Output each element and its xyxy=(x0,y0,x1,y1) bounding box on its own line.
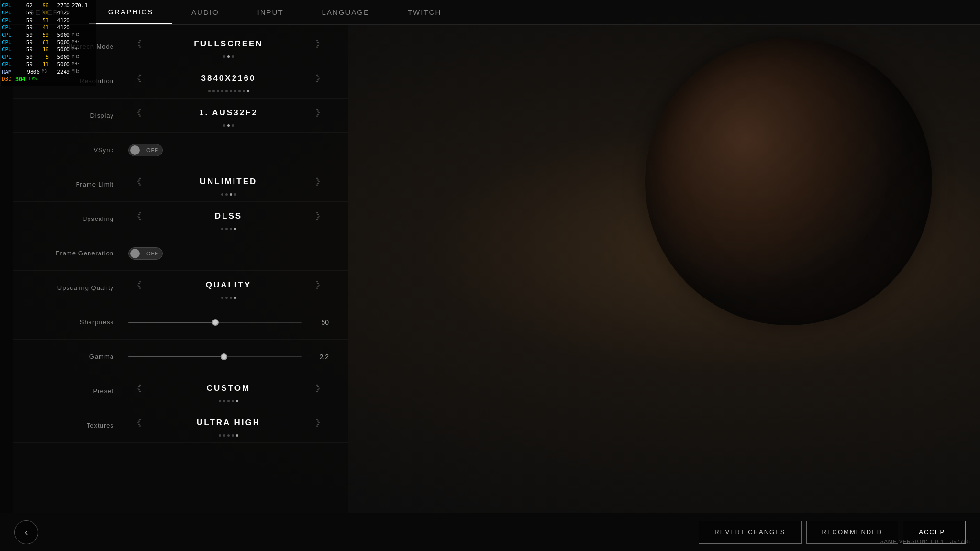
upscaling-quality-selector[interactable]: QUALITY xyxy=(128,277,329,294)
frame-limit-next[interactable] xyxy=(312,174,329,190)
bottom-left: ‹ xyxy=(14,520,38,544)
textures-selector[interactable]: ULTRA HIGH xyxy=(128,415,329,431)
preset-selector[interactable]: CUSTOM xyxy=(128,380,329,397)
upscaling-control: DLSS xyxy=(128,208,329,230)
setting-row-textures: Textures ULTRA HIGH xyxy=(13,408,348,443)
gamma-track[interactable] xyxy=(128,356,302,357)
performance-overlay: CPU 62 96 2730 270.1 CPU 59 48 4120 CPU … xyxy=(0,0,96,86)
dot-2 xyxy=(232,55,234,58)
preset-label: Preset xyxy=(33,387,128,395)
fullscreen-mode-selector[interactable]: FULLSCREEN xyxy=(128,36,329,53)
frame-generation-label: Frame Generation xyxy=(33,250,128,257)
textures-value: ULTRA HIGH xyxy=(150,418,307,428)
textures-prev[interactable] xyxy=(128,415,145,431)
preset-prev[interactable] xyxy=(128,380,145,397)
upscaling-quality-next[interactable] xyxy=(312,277,329,294)
upscaling-quality-prev[interactable] xyxy=(128,277,145,294)
upscaling-quality-dots xyxy=(221,297,236,299)
frame-limit-selector[interactable]: UNLIMITED xyxy=(128,174,329,190)
setting-row-frame-generation: Frame Generation OFF xyxy=(13,236,348,271)
fullscreen-mode-next[interactable] xyxy=(312,36,329,53)
settings-panel: Fullscreen Mode FULLSCREEN Reso xyxy=(13,25,348,513)
resolution-next[interactable] xyxy=(312,70,329,87)
frame-limit-control: UNLIMITED xyxy=(128,174,329,196)
resolution-dots xyxy=(208,90,249,92)
sharpness-slider-row: 50 xyxy=(128,319,329,326)
upscaling-next[interactable] xyxy=(312,208,329,225)
preset-value: CUSTOM xyxy=(150,384,307,393)
fullscreen-mode-value: FULLSCREEN xyxy=(150,39,307,49)
resolution-selector[interactable]: 3840X2160 xyxy=(128,70,329,87)
display-prev[interactable] xyxy=(128,105,145,121)
frame-generation-toggle-container: OFF xyxy=(128,247,329,260)
main-ui: GENERAL GRAPHICS AUDIO INPUT LANGUAGE TW… xyxy=(0,0,980,551)
vsync-control: OFF xyxy=(128,144,329,156)
frame-limit-label: Frame Limit xyxy=(33,181,128,188)
display-selector[interactable]: 1. AUS32F2 xyxy=(128,105,329,121)
frame-generation-thumb xyxy=(130,249,140,258)
gamma-label: Gamma xyxy=(33,353,128,360)
preset-dots xyxy=(219,400,238,402)
frame-limit-dots xyxy=(221,193,236,196)
setting-row-gamma: Gamma 2.2 xyxy=(13,340,348,374)
nav-item-input[interactable]: INPUT xyxy=(238,0,303,24)
back-button[interactable]: ‹ xyxy=(14,520,38,544)
revert-changes-button[interactable]: REVERT CHANGES xyxy=(699,521,801,544)
display-label: Display xyxy=(33,112,128,119)
resolution-control: 3840X2160 xyxy=(128,70,329,92)
display-dots xyxy=(223,124,234,127)
frame-limit-value: UNLIMITED xyxy=(150,177,307,187)
upscaling-dots xyxy=(221,228,236,230)
sharpness-control: 50 xyxy=(128,319,329,326)
frame-generation-control: OFF xyxy=(128,247,329,260)
setting-row-upscaling-quality: Upscaling Quality QUALITY xyxy=(13,271,348,305)
textures-label: Textures xyxy=(33,422,128,429)
vsync-toggle-container: OFF xyxy=(128,144,329,156)
setting-row-sharpness: Sharpness 50 xyxy=(13,305,348,340)
display-next[interactable] xyxy=(312,105,329,121)
frame-generation-label-off: OFF xyxy=(146,251,158,256)
right-panel xyxy=(348,25,980,513)
left-sidebar xyxy=(0,25,13,513)
upscaling-value: DLSS xyxy=(150,211,307,221)
setting-row-upscaling: Upscaling DLSS xyxy=(13,202,348,236)
bottom-bar: ‹ REVERT CHANGES RECOMMENDED ACCEPT xyxy=(0,513,980,551)
preset-control: CUSTOM xyxy=(128,380,329,402)
vsync-toggle[interactable]: OFF xyxy=(128,144,163,156)
upscaling-prev[interactable] xyxy=(128,208,145,225)
setting-row-preset: Preset CUSTOM xyxy=(13,374,348,408)
sharpness-label: Sharpness xyxy=(33,319,128,326)
frame-limit-prev[interactable] xyxy=(128,174,145,190)
nav-item-language[interactable]: LANGUAGE xyxy=(303,0,389,24)
preset-next[interactable] xyxy=(312,380,329,397)
dot-1 xyxy=(227,55,230,58)
fullscreen-mode-control: FULLSCREEN xyxy=(128,36,329,58)
nav-item-twitch[interactable]: TWITCH xyxy=(389,0,460,24)
setting-row-vsync: VSync OFF xyxy=(13,133,348,167)
vsync-toggle-thumb xyxy=(130,145,140,155)
gamma-slider-row: 2.2 xyxy=(128,353,329,361)
upscaling-quality-label: Upscaling Quality xyxy=(33,284,128,291)
upscaling-quality-control: QUALITY xyxy=(128,277,329,299)
textures-next[interactable] xyxy=(312,415,329,431)
upscaling-selector[interactable]: DLSS xyxy=(128,208,329,225)
gamma-thumb[interactable] xyxy=(221,353,227,360)
gamma-fill xyxy=(128,356,224,357)
content-area: Fullscreen Mode FULLSCREEN Reso xyxy=(0,25,980,513)
sharpness-thumb[interactable] xyxy=(212,319,219,326)
sharpness-track[interactable] xyxy=(128,322,302,323)
dot-0 xyxy=(223,55,225,58)
vsync-label: VSync xyxy=(33,146,128,154)
display-control: 1. AUS32F2 xyxy=(128,105,329,127)
resolution-prev[interactable] xyxy=(128,70,145,87)
top-nav: GENERAL GRAPHICS AUDIO INPUT LANGUAGE TW… xyxy=(0,0,980,25)
nav-item-audio[interactable]: AUDIO xyxy=(172,0,238,24)
resolution-value: 3840X2160 xyxy=(150,74,307,83)
gamma-value: 2.2 xyxy=(310,353,329,361)
version-text: GAME VERSION: 1.0.4 - 397765 xyxy=(880,539,970,544)
frame-generation-toggle[interactable]: OFF xyxy=(128,247,163,260)
nav-item-graphics[interactable]: GRAPHICS xyxy=(89,0,172,24)
setting-row-frame-limit: Frame Limit UNLIMITED xyxy=(13,167,348,202)
fullscreen-mode-prev[interactable] xyxy=(128,36,145,53)
gamma-control: 2.2 xyxy=(128,353,329,361)
